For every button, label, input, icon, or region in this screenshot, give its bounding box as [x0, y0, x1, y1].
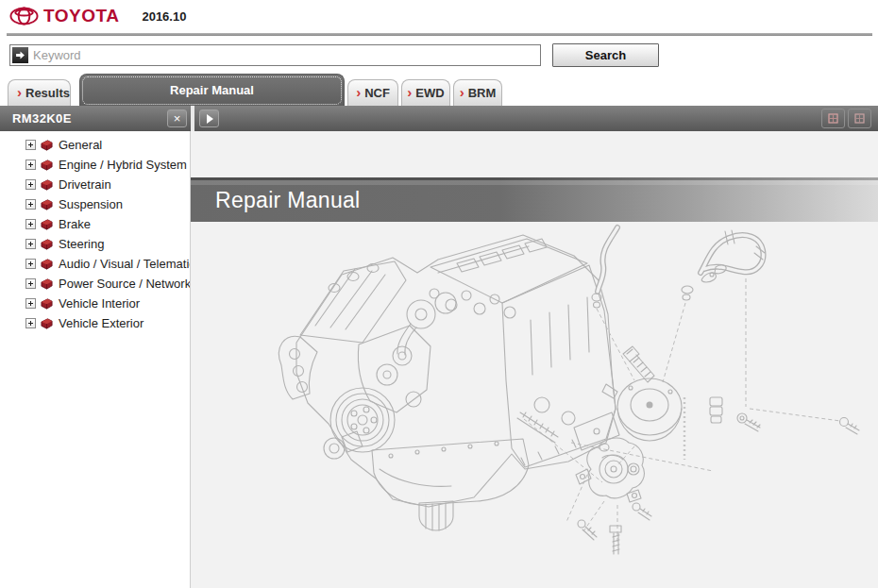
tree-item[interactable]: Steering: [25, 234, 190, 254]
app-window: TOYOTA 2016.10 Search › Results Repair M…: [0, 0, 878, 588]
plus-box-icon[interactable]: [25, 140, 36, 150]
book-icon: [40, 238, 54, 250]
book-icon: [40, 277, 54, 290]
tree-item-label: Audio / Visual / Telematics: [59, 257, 191, 271]
book-icon: [40, 178, 54, 191]
tab-brm[interactable]: › BRM: [453, 79, 502, 106]
manual-panel-header: RM32K0E ×: [0, 106, 191, 131]
plus-box-icon[interactable]: [25, 199, 36, 210]
window-pane-icon: [828, 113, 838, 124]
chevron-right-icon: ›: [356, 88, 361, 97]
main-area: General Engine / Hybrid System Drivetrai…: [0, 131, 878, 588]
tree-item-label: Vehicle Exterior: [59, 316, 144, 330]
tab-label: EWD: [415, 86, 444, 100]
tree-item[interactable]: Brake: [25, 214, 190, 234]
tab-label: Repair Manual: [170, 83, 254, 97]
tree-item-label: Brake: [59, 217, 91, 231]
tree-item[interactable]: Suspension: [25, 194, 190, 214]
close-icon: ×: [174, 112, 181, 125]
plus-box-icon[interactable]: [25, 239, 36, 249]
tree-item-label: Steering: [59, 237, 104, 251]
tree-item-label: Drivetrain: [59, 177, 111, 192]
tree-item-label: Vehicle Interior: [59, 296, 140, 311]
window-layout-button-2[interactable]: [848, 109, 871, 128]
catalog-version: 2016.10: [142, 9, 186, 24]
book-icon: [40, 139, 54, 151]
search-button[interactable]: Search: [552, 43, 659, 67]
plus-box-icon[interactable]: [25, 259, 36, 269]
tree-item-label: General: [59, 138, 102, 152]
tree-item-label: Engine / Hybrid System: [59, 158, 187, 172]
tab-ncf[interactable]: › NCF: [347, 79, 398, 106]
book-icon: [40, 317, 54, 329]
search-input[interactable]: [31, 45, 538, 65]
tree-item[interactable]: Engine / Hybrid System: [25, 155, 190, 175]
toyota-emblem-icon: [9, 7, 39, 25]
engine-diagram: [191, 222, 878, 588]
plus-box-icon[interactable]: [25, 278, 36, 289]
toolbar: RM32K0E ×: [0, 106, 878, 131]
window-layout-button-1[interactable]: [821, 109, 845, 128]
tab-results[interactable]: › Results: [8, 79, 71, 106]
tree-item[interactable]: Vehicle Exterior: [25, 313, 190, 333]
plus-box-icon[interactable]: [25, 179, 36, 190]
search-bar: Search: [9, 43, 869, 68]
triangle-right-icon: [207, 114, 213, 124]
window-pane-icon: [854, 113, 865, 124]
search-field: [9, 44, 541, 66]
app-header: TOYOTA 2016.10: [0, 0, 878, 32]
tree-item[interactable]: General: [25, 135, 190, 155]
manual-tree: General Engine / Hybrid System Drivetrai…: [0, 131, 190, 333]
tab-label: Results: [25, 86, 70, 100]
plus-box-icon[interactable]: [25, 219, 36, 229]
chevron-right-icon: ›: [407, 88, 412, 97]
page-title: Repair Manual: [191, 177, 878, 213]
book-icon: [40, 258, 54, 270]
manual-code: RM32K0E: [12, 111, 167, 126]
book-icon: [40, 198, 54, 210]
tree-item-label: Suspension: [59, 197, 123, 211]
plus-box-icon[interactable]: [25, 298, 36, 309]
page-title-banner: Repair Manual: [191, 177, 878, 222]
book-icon: [40, 218, 54, 230]
tree-item-label: Power Source / Network: [59, 277, 191, 291]
plus-box-icon[interactable]: [25, 160, 36, 170]
close-panel-button[interactable]: ×: [167, 109, 187, 127]
tab-label: BRM: [468, 86, 497, 100]
sidebar: General Engine / Hybrid System Drivetrai…: [0, 131, 191, 588]
content-pane: Repair Manual: [191, 131, 878, 588]
tab-label: NCF: [364, 86, 390, 100]
tab-bar: › Results Repair Manual › NCF › EWD › BR…: [0, 74, 878, 106]
book-icon: [40, 159, 54, 171]
tree-item[interactable]: Vehicle Interior: [25, 294, 190, 313]
tree-item[interactable]: Power Source / Network: [25, 274, 190, 294]
tree-item[interactable]: Audio / Visual / Telematics: [25, 254, 190, 274]
toolbar-right: [194, 106, 878, 131]
plus-box-icon[interactable]: [25, 318, 36, 328]
header-divider: [7, 33, 872, 36]
tab-ewd[interactable]: › EWD: [401, 79, 450, 106]
search-arrow-icon[interactable]: [12, 47, 28, 63]
book-icon: [40, 297, 54, 310]
sidebar-toggle-button[interactable]: [199, 109, 219, 127]
brand-wordmark: TOYOTA: [43, 6, 119, 26]
tree-item[interactable]: Drivetrain: [25, 175, 190, 194]
tab-repair-manual[interactable]: Repair Manual: [79, 74, 345, 106]
chevron-right-icon: ›: [460, 88, 464, 97]
chevron-right-icon: ›: [17, 88, 22, 97]
